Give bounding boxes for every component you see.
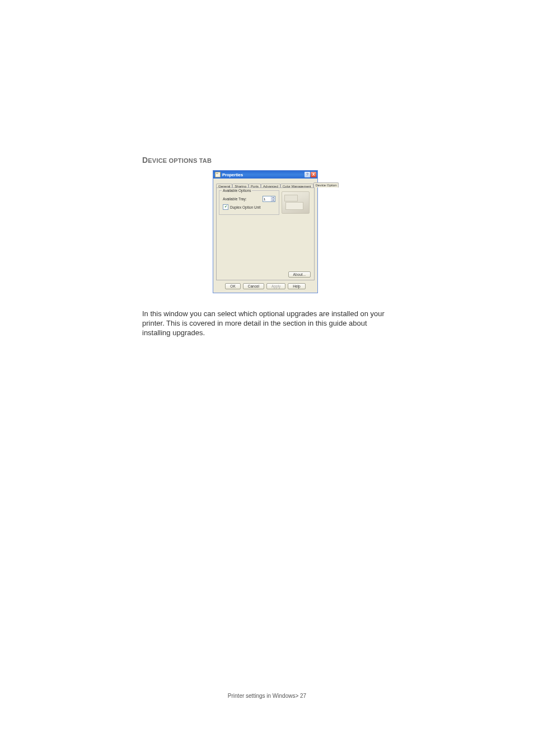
- tab-strip: General Sharing Ports Advanced Color Man…: [216, 181, 315, 187]
- available-options-fieldset: Available Options Available Tray: ▲ ▼: [219, 190, 279, 215]
- tab-panel-device-option: Available Options Available Tray: ▲ ▼: [216, 187, 315, 280]
- duplex-label: Duplex Option Unit: [230, 205, 261, 209]
- page-footer: Printer settings in Windows> 27: [0, 693, 534, 699]
- dialog-button-row: OK Cancel Apply Help: [216, 281, 315, 289]
- titlebar-close-button[interactable]: X: [311, 172, 316, 177]
- properties-dialog: Properties ? X General Sharing Ports Adv…: [213, 170, 318, 293]
- section-heading: DEVICE OPTIONS TAB: [142, 156, 388, 165]
- spinner-down-icon[interactable]: ▼: [271, 199, 275, 202]
- cancel-button[interactable]: Cancel: [243, 283, 264, 289]
- printer-icon: [215, 172, 221, 177]
- printer-preview-image: [282, 191, 310, 214]
- tab-device-option[interactable]: Device Option: [313, 182, 339, 187]
- available-tray-spinner[interactable]: ▲ ▼: [263, 196, 275, 202]
- heading-cap: D: [142, 156, 148, 165]
- dialog-body: General Sharing Ports Advanced Color Man…: [213, 179, 317, 293]
- body-paragraph: In this window you can select which opti…: [142, 309, 388, 337]
- available-tray-label: Available Tray:: [223, 197, 247, 201]
- dialog-titlebar: Properties ? X: [213, 171, 317, 179]
- titlebar-help-button[interactable]: ?: [305, 172, 310, 177]
- duplex-checkbox[interactable]: ✔: [223, 204, 228, 210]
- ok-button[interactable]: OK: [225, 283, 240, 289]
- screenshot-container: Properties ? X General Sharing Ports Adv…: [142, 170, 388, 293]
- about-button[interactable]: About...: [288, 271, 311, 278]
- help-button[interactable]: Help: [288, 283, 305, 289]
- available-tray-input[interactable]: [263, 196, 271, 201]
- fieldset-legend: Available Options: [222, 189, 252, 192]
- dialog-title: Properties: [222, 172, 243, 177]
- heading-rest: EVICE OPTIONS TAB: [148, 157, 212, 164]
- apply-button[interactable]: Apply: [266, 283, 285, 289]
